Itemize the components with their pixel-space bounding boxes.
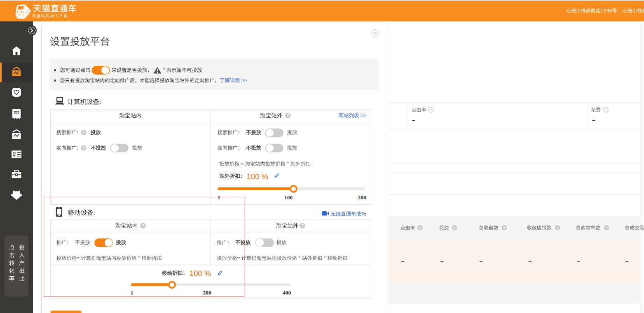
svg-text:–: –: [412, 117, 415, 124]
svg-text:–: –: [592, 117, 595, 124]
svg-text:?: ?: [604, 107, 607, 112]
svg-text:?: ?: [430, 107, 432, 112]
